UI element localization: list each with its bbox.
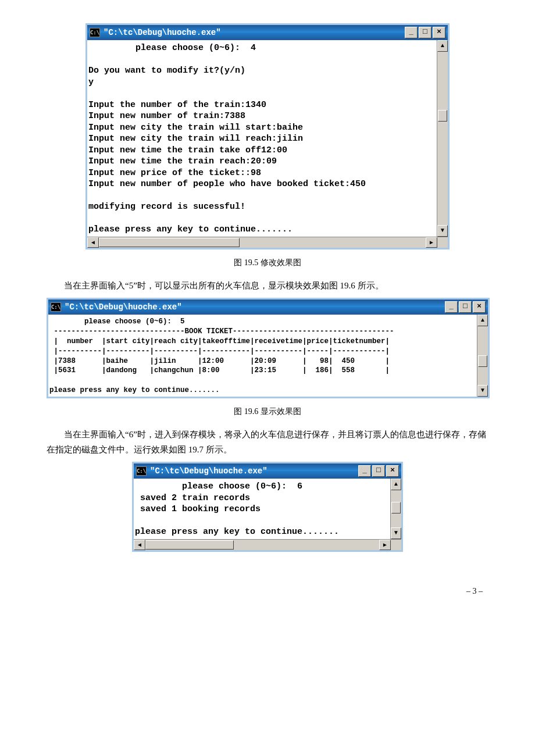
window-title: "C:\tc\Debug\huoche.exe" [150, 466, 268, 476]
title-bar: C:\ "C:\tc\Debug\huoche.exe" _ □ × [87, 25, 448, 40]
resize-corner[interactable] [391, 540, 401, 549]
window-controls: _ □ × [404, 27, 445, 38]
scroll-thumb[interactable] [391, 502, 401, 513]
vertical-scrollbar[interactable]: ▲ ▼ [437, 40, 448, 237]
hscroll-thumb[interactable] [145, 540, 234, 550]
scroll-right-button[interactable]: ► [379, 540, 391, 550]
scroll-down-button[interactable]: ▼ [391, 527, 401, 539]
scroll-down-button[interactable]: ▼ [437, 225, 448, 237]
page-number: – 3 – [47, 587, 488, 596]
console-window-display: C:\ "C:\tc\Debug\huoche.exe" _ □ × pleas… [47, 298, 490, 398]
figure-caption-19-6: 图 19.6 显示效果图 [47, 406, 488, 417]
paragraph-save-module: 当在主界面输入“6”时，进入到保存模块，将录入的火车信息进行保存，并且将订票人的… [47, 427, 488, 457]
console-output: please choose (0~6): 5 -----------------… [48, 315, 477, 397]
figure-caption-19-5: 图 19.5 修改效果图 [47, 258, 488, 268]
scroll-thumb[interactable] [438, 110, 447, 122]
scroll-left-button[interactable]: ◄ [134, 540, 145, 550]
close-button[interactable]: × [386, 465, 399, 477]
scroll-up-button[interactable]: ▲ [437, 40, 448, 52]
console-window-save: C:\ "C:\tc\Debug\huoche.exe" _ □ × pleas… [132, 462, 403, 552]
horizontal-scrollbar[interactable]: ◄ ► [87, 237, 448, 248]
scroll-right-button[interactable]: ► [426, 237, 437, 248]
horizontal-scrollbar[interactable]: ◄ ► [134, 539, 401, 550]
scroll-thumb[interactable] [478, 355, 487, 367]
title-bar: C:\ "C:\tc\Debug\huoche.exe" _ □ × [134, 463, 401, 479]
minimize-button[interactable]: _ [445, 301, 458, 313]
scroll-down-button[interactable]: ▼ [477, 385, 488, 397]
close-button[interactable]: × [473, 301, 486, 313]
paragraph-display-module: 当在主界面输入“5”时，可以显示出所有的火车信息，显示模块效果如图 19.6 所… [47, 279, 488, 294]
window-controls: _ □ × [444, 301, 486, 313]
scroll-up-button[interactable]: ▲ [391, 479, 401, 490]
scroll-left-button[interactable]: ◄ [87, 237, 99, 248]
cmd-icon: C:\ [90, 28, 100, 37]
cmd-icon: C:\ [136, 466, 147, 476]
console-window-modify: C:\ "C:\tc\Debug\huoche.exe" _ □ × pleas… [85, 23, 450, 249]
minimize-button[interactable]: _ [405, 27, 418, 38]
resize-corner[interactable] [437, 237, 448, 247]
cmd-icon: C:\ [51, 302, 61, 312]
console-output: please choose (0~6): 4 Do you want to mo… [87, 40, 437, 237]
window-title: "C:\tc\Debug\huoche.exe" [65, 302, 182, 312]
window-controls: _ □ × [357, 465, 399, 477]
close-button[interactable]: × [433, 27, 445, 38]
maximize-button[interactable]: □ [459, 301, 472, 313]
window-title: "C:\tc\Debug\huoche.exe" [104, 28, 221, 37]
hscroll-thumb[interactable] [99, 238, 240, 247]
scroll-up-button[interactable]: ▲ [477, 315, 488, 326]
maximize-button[interactable]: □ [372, 465, 385, 477]
vertical-scrollbar[interactable]: ▲ ▼ [390, 479, 401, 539]
vertical-scrollbar[interactable]: ▲ ▼ [477, 315, 488, 397]
console-output: please choose (0~6): 6 saved 2 train rec… [134, 479, 390, 539]
minimize-button[interactable]: _ [358, 465, 371, 477]
maximize-button[interactable]: □ [419, 27, 431, 38]
title-bar: C:\ "C:\tc\Debug\huoche.exe" _ □ × [48, 299, 488, 315]
